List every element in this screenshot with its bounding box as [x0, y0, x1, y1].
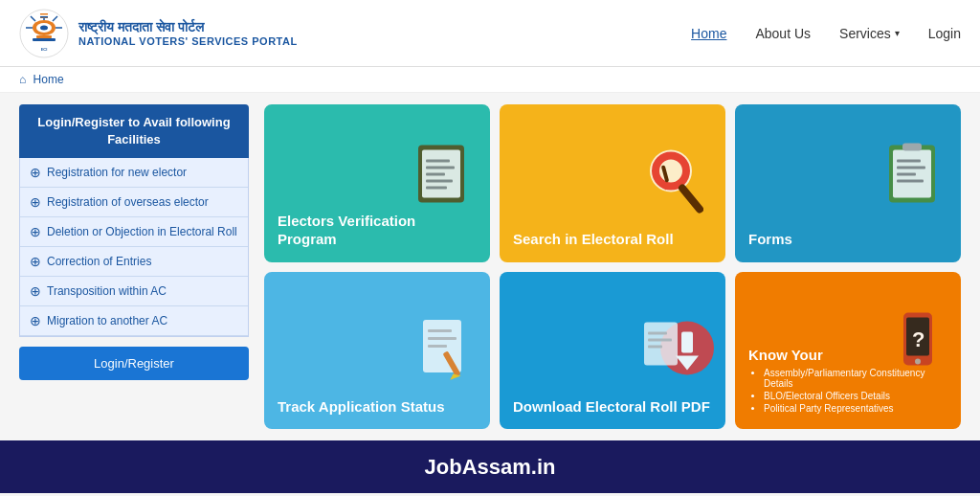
logo-english: NATIONAL VOTERS' SERVICES PORTAL [78, 35, 298, 47]
svg-rect-19 [426, 167, 455, 169]
sidebar-item-label: Correction of Entries [47, 255, 151, 268]
nav-services[interactable]: Services ▾ [839, 26, 900, 41]
track-illustration [418, 310, 480, 391]
card-title-track: Track Application Status [278, 397, 445, 417]
sidebar-item-label: Transposition within AC [47, 284, 167, 298]
svg-rect-31 [897, 160, 921, 163]
svg-point-3 [40, 25, 48, 30]
login-register-button[interactable]: Login/Register [19, 347, 249, 380]
search-illustration [635, 141, 716, 226]
sidebar: Login/Register to Avail following Facili… [19, 104, 249, 429]
sidebar-item-overseas[interactable]: ⊕ Registration of overseas elector [20, 188, 248, 217]
sidebar-item-deletion[interactable]: ⊕ Deletion or Objection in Electoral Rol… [20, 217, 248, 247]
header-nav: Home About Us Services ▾ Login [691, 26, 961, 41]
circle-plus-icon-2: ⊕ [30, 194, 41, 210]
svg-rect-30 [902, 144, 922, 151]
sidebar-item-label: Registration for new elector [47, 166, 187, 179]
card-title-know-your: Know Your [748, 346, 947, 365]
nav-login[interactable]: Login [928, 26, 961, 41]
sidebar-item-transposition[interactable]: ⊕ Transposition within AC [20, 277, 248, 306]
svg-rect-47 [648, 345, 662, 348]
svg-rect-18 [426, 160, 450, 163]
card-search-electoral[interactable]: Search in Electoral Roll [500, 104, 725, 262]
card-forms[interactable]: Forms [735, 104, 961, 262]
svg-rect-43 [681, 331, 693, 352]
svg-line-25 [682, 189, 700, 210]
svg-rect-38 [428, 345, 447, 348]
svg-rect-22 [426, 187, 447, 190]
svg-text:ECI: ECI [41, 47, 48, 52]
svg-rect-14 [40, 16, 48, 18]
svg-rect-9 [36, 35, 52, 38]
svg-rect-34 [897, 180, 924, 183]
sidebar-item-new-elector[interactable]: ⊕ Registration for new elector [20, 158, 248, 188]
sidebar-item-label: Registration of overseas elector [47, 195, 209, 209]
know-your-content: Know Your Assembly/Parliamentary Constit… [748, 346, 947, 417]
chevron-down-icon: ▾ [895, 28, 900, 38]
know-your-item-2: BLO/Electoral Officers Details [764, 391, 947, 401]
sidebar-item-label: Deletion or Objection in Electoral Roll [47, 225, 237, 238]
sidebar-item-correction[interactable]: ⊕ Correction of Entries [20, 247, 248, 277]
cards-grid: Electors Verification Program Search in … [264, 104, 961, 429]
logo-area: ECI राष्ट्रीय मतदाता सेवा पोर्टल NATIONA… [19, 9, 298, 58]
sidebar-item-migration[interactable]: ⊕ Migration to another AC [20, 306, 248, 336]
card-know-your[interactable]: ? Know Your Assembly/Parliamentary Const… [735, 272, 961, 430]
svg-rect-46 [648, 338, 672, 341]
svg-rect-13 [40, 14, 48, 16]
sidebar-title: Login/Register to Avail following Facili… [19, 104, 249, 158]
card-title-electors: Electors Verification Program [278, 212, 477, 249]
svg-rect-32 [897, 167, 925, 169]
circle-plus-icon-3: ⊕ [30, 224, 41, 239]
svg-rect-33 [897, 173, 916, 176]
election-commission-emblem: ECI [19, 9, 69, 58]
circle-plus-icon-4: ⊕ [30, 254, 41, 269]
circle-plus-icon-6: ⊕ [30, 313, 41, 328]
card-electors-verification[interactable]: Electors Verification Program [264, 104, 490, 262]
logo-text: राष्ट्रीय मतदाता सेवा पोर्टल NATIONAL VO… [78, 19, 298, 47]
footer-text: JobAssam.in [425, 455, 556, 480]
nav-about[interactable]: About Us [755, 26, 811, 41]
know-your-list: Assembly/Parliamentary Constituency Deta… [748, 368, 947, 414]
card-title-download: Download Electoral Roll PDF [513, 397, 710, 417]
sidebar-item-label: Migration to another AC [47, 314, 167, 327]
svg-rect-12 [40, 13, 48, 15]
svg-rect-21 [426, 180, 453, 183]
header: ECI राष्ट्रीय मतदाता सेवा पोर्टल NATIONA… [0, 0, 980, 67]
breadcrumb: ⌂ Home [0, 67, 980, 93]
nav-services-label: Services [839, 26, 891, 41]
svg-rect-37 [428, 337, 457, 340]
know-your-item-3: Political Party Representatives [764, 403, 947, 414]
breadcrumb-home[interactable]: Home [33, 73, 64, 86]
card-title-forms: Forms [748, 230, 792, 249]
card-download-electoral[interactable]: Download Electoral Roll PDF [500, 272, 725, 430]
home-icon: ⌂ [19, 73, 26, 86]
circle-plus-icon-5: ⊕ [30, 283, 41, 299]
svg-rect-45 [648, 331, 667, 334]
know-your-item-1: Assembly/Parliamentary Constituency Deta… [764, 368, 947, 389]
forms-illustration [880, 141, 951, 226]
footer-banner: JobAssam.in [0, 440, 980, 493]
circle-plus-icon: ⊕ [30, 165, 41, 180]
download-illustration [639, 307, 716, 393]
card-title-search: Search in Electoral Roll [513, 230, 674, 249]
main-content: Login/Register to Avail following Facili… [0, 93, 980, 440]
svg-rect-20 [426, 173, 445, 176]
sidebar-items: ⊕ Registration for new elector ⊕ Registr… [19, 158, 249, 337]
card-track-application[interactable]: Track Application Status [264, 272, 490, 430]
svg-rect-36 [428, 329, 452, 332]
svg-rect-10 [33, 38, 56, 41]
nav-home[interactable]: Home [691, 26, 726, 41]
logo-hindi: राष्ट्रीय मतदाता सेवा पोर्टल [78, 19, 298, 35]
svg-rect-44 [644, 322, 678, 365]
